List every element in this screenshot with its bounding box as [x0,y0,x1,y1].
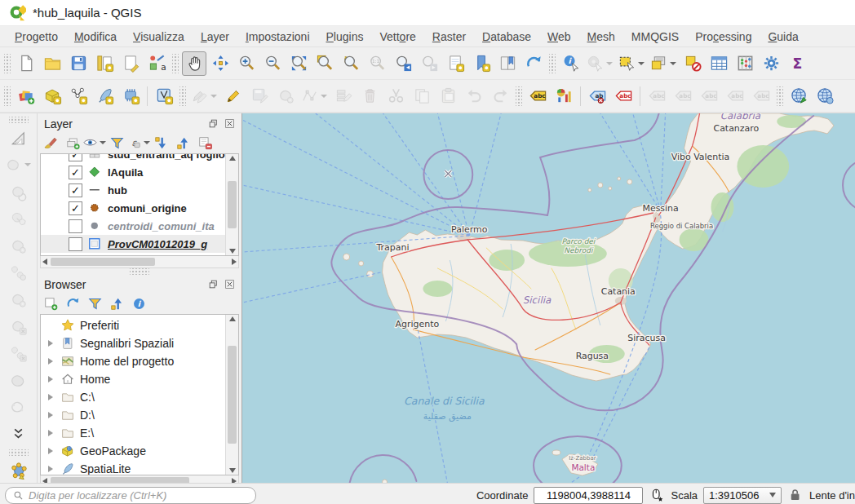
browser-item[interactable]: Segnalibri Spaziali [41,334,226,352]
browser-tree-hscrollbar[interactable] [40,475,239,483]
collapse-all-button[interactable] [173,134,193,152]
menu-plugins[interactable]: Plugins [318,29,372,45]
new-geopackage-layer-button[interactable] [40,84,64,108]
new-shapefile-layer-button[interactable] [66,84,91,108]
refresh-map-button[interactable] [521,51,546,76]
layer-tree-hscrollbar[interactable] [40,256,239,268]
new-spatial-bookmark-button[interactable] [469,51,494,76]
add-feature-button[interactable] [273,84,298,108]
zoom-out-button[interactable] [260,51,285,76]
scroll-up-icon[interactable] [229,156,236,161]
lock-scale-icon[interactable] [787,487,804,503]
open-layer-styling-button[interactable] [41,134,60,152]
layer-tree[interactable]: ✓stud_entranti_aq foglio✓lAquila✓hub✓com… [40,153,239,256]
new-spatialite-layer-button[interactable] [92,84,117,108]
menu-modifica[interactable]: Modifica [66,29,125,45]
browser-tree[interactable]: PreferitiSegnalibri SpazialiHome del pro… [40,314,239,475]
layer-visibility-checkbox[interactable]: ✓ [69,183,82,197]
delete-ring-button[interactable] [6,315,32,338]
menu-database[interactable]: Database [474,29,539,45]
processing-toolbox-button[interactable] [759,51,783,76]
layer-row[interactable]: ✓hub [41,181,226,199]
reshape-features-button[interactable] [6,396,32,419]
zoom-last-button[interactable] [391,51,415,76]
layer-row[interactable]: ✓comuni_origine [41,199,226,217]
browser-panel-close-icon[interactable] [223,278,237,290]
scroll-right-icon[interactable] [232,478,237,483]
panel-splitter[interactable] [38,268,241,274]
layer-visibility-checkbox[interactable] [69,237,82,251]
filter-by-expression-button[interactable]: ε [129,134,148,152]
layer-visibility-checkbox[interactable]: ✓ [69,166,82,179]
identify-features-button[interactable]: i [559,51,583,76]
new-map-view-button[interactable] [443,51,467,76]
expand-icon[interactable] [48,466,53,472]
zoom-in-button[interactable] [234,51,259,76]
layer-row[interactable]: ProvCM01012019_g [41,235,226,253]
menu-processing[interactable]: Processing [687,29,760,45]
menu-visualizza[interactable]: Visualizza [125,29,193,45]
highlight-pinned-labels-button[interactable]: abc [611,84,636,108]
vertex-tool-button[interactable] [299,84,330,108]
menu-progetto[interactable]: Progetto [7,29,66,45]
expand-all-button[interactable] [151,134,171,152]
simplify-feature-button[interactable] [6,207,32,231]
statistical-summary-button[interactable]: Σ [785,51,809,76]
layer-diagram-options-button[interactable] [552,84,576,108]
new-print-layout-button[interactable] [92,51,117,76]
layer-tree-vscrollbar[interactable] [225,154,238,255]
filter-browser-button[interactable] [85,294,104,312]
delete-part-button[interactable] [6,342,32,365]
add-ring-button[interactable] [6,234,32,258]
field-calculator-button[interactable] [733,51,757,76]
refresh-browser-button[interactable] [63,294,82,312]
scroll-up-icon[interactable] [229,316,236,321]
change-label-properties-button[interactable]: abc [749,84,773,108]
scroll-right-icon[interactable] [232,259,237,265]
run-feature-action-button[interactable] [585,51,615,76]
menu-layer[interactable]: Layer [193,29,237,45]
rotate-feature-button[interactable] [6,180,32,204]
menu-guida[interactable]: Guida [760,29,806,45]
expand-icon[interactable] [48,376,53,382]
menu-impostazioni[interactable]: Impostazioni [237,29,318,45]
expand-icon[interactable] [48,358,53,365]
style-manager-button[interactable]: a [144,51,169,76]
data-source-manager-button[interactable] [14,84,38,108]
fill-ring-button[interactable] [6,288,32,312]
web-service-button[interactable] [813,84,837,108]
collapse-all-browser-button[interactable] [107,294,126,312]
expand-icon[interactable] [48,340,53,347]
locator-input[interactable]: Digita per localizzare (Ctrl+K) [5,487,256,504]
undo-button[interactable] [462,84,486,108]
open-attribute-table-button[interactable] [707,51,731,76]
menu-mmqgis[interactable]: MMQGIS [623,29,687,45]
cad-tools-button[interactable] [6,126,32,150]
metasearch-button[interactable] [786,84,811,108]
layout-manager-button[interactable] [118,51,143,76]
toolbar-overflow-button[interactable] [6,422,32,446]
save-project-button[interactable] [66,51,91,76]
add-part-button[interactable] [6,261,32,285]
remove-layer-button[interactable] [195,134,215,152]
current-edits-button[interactable] [189,84,219,108]
copy-features-button[interactable] [410,84,434,108]
layer-row[interactable]: ✓stud_entranti_aq foglio [41,153,226,163]
add-group-button[interactable] [63,134,82,152]
pin-unpin-labels-button[interactable]: ab [585,84,609,108]
pin-labels-button[interactable]: abc [645,84,669,108]
browser-item[interactable]: C:\ [41,388,226,406]
pan-map-button[interactable] [182,51,206,76]
properties-info-button[interactable]: i [129,294,148,312]
open-project-button[interactable] [40,51,64,76]
toggle-editing-button[interactable] [221,84,246,108]
show-spatial-bookmarks-button[interactable] [495,51,520,76]
browser-item[interactable]: SpatiaLite [41,460,226,475]
scroll-down-icon[interactable] [229,249,236,254]
expand-icon[interactable] [48,412,53,418]
cut-features-button[interactable] [383,84,408,108]
menu-raster[interactable]: Raster [424,29,474,45]
expand-icon[interactable] [48,448,53,454]
zoom-full-button[interactable] [286,51,311,76]
rotate-label-button[interactable]: abc [723,84,747,108]
